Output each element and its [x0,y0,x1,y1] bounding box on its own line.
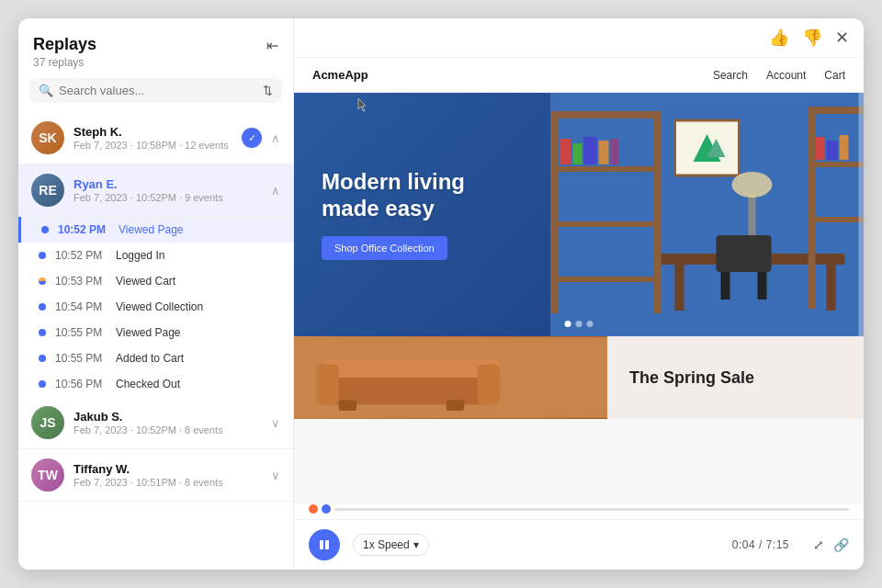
svg-rect-8 [573,143,582,164]
link-icon[interactable]: 🔗 [833,537,849,552]
event-dot-4 [39,329,46,336]
svg-rect-3 [551,166,662,172]
chevron-ryan[interactable]: ∧ [271,184,280,198]
svg-rect-31 [859,93,865,336]
user-name-ryan: Ryan E. [74,177,262,191]
event-time-6: 10:56 PM [55,378,107,390]
event-time-0: 10:52 PM [58,223,109,236]
nav-link-search[interactable]: Search [713,69,748,82]
speed-label: 1x Speed [363,538,410,551]
user-info-steph: Steph K. Feb 7, 2023 · 10:58PM · 12 even… [74,125,232,151]
chevron-tiffany[interactable]: ∨ [271,469,280,482]
svg-rect-6 [654,111,662,313]
thumbdown-icon[interactable]: 👎 [802,28,822,48]
hero-section: Modern livingmade easy Shop Office Colle… [294,93,864,336]
svg-rect-1 [551,111,559,313]
thumbup-icon[interactable]: 👍 [769,28,789,48]
close-icon[interactable]: ✕ [835,28,849,48]
hero-dot-3[interactable] [587,321,594,327]
progress-bar-area [294,504,864,519]
search-input[interactable] [59,84,257,97]
progress-track[interactable] [334,508,849,511]
hero-dot-1[interactable] [565,321,571,327]
svg-rect-23 [808,107,816,309]
progress-dot-orange [309,504,318,514]
main-content: 👍 👎 ✕ AcmeApp Search Account Cart [294,18,864,570]
user-item-steph[interactable]: SK Steph K. Feb 7, 2023 · 10:58PM · 12 e… [18,112,293,164]
user-meta-tiffany: Feb 7, 2023 · 10:51PM · 8 events [74,477,262,488]
event-name-6: Checked Out [116,378,180,390]
svg-rect-5 [551,277,662,282]
svg-rect-28 [816,137,825,160]
speed-button[interactable]: 1x Speed ▾ [353,534,429,556]
svg-rect-2 [551,111,662,119]
svg-rect-25 [808,162,865,167]
acme-nav: AcmeApp Search Account Cart [294,58,864,93]
event-name-2: Viewed Cart [116,275,175,288]
user-info-jakub: Jakub S. Feb 7, 2023 · 10:52PM · 8 event… [74,410,262,435]
svg-rect-38 [447,400,464,411]
main-topbar: 👍 👎 ✕ [294,18,864,58]
event-dot-1 [39,252,46,259]
user-name-tiffany: Tiffany W. [74,462,262,476]
check-icon-steph: ✓ [242,128,262,148]
collapse-icon[interactable]: ⇤ [266,37,278,54]
hero-cta-button[interactable]: Shop Office Collection [322,236,447,260]
progress-dot-blue [322,504,331,514]
event-name-0: Viewed Page [119,223,184,236]
event-item-2[interactable]: 10:53 PM Viewed Cart [18,268,293,294]
event-item-6[interactable]: 10:56 PM Checked Out [18,371,293,397]
play-pause-button[interactable] [309,529,340,560]
user-name-steph: Steph K. [74,125,232,139]
svg-rect-29 [827,141,838,160]
event-item-1[interactable]: 10:52 PM Logged In [18,243,293,268]
event-dot-2 [39,277,46,285]
event-dot-6 [39,380,46,388]
user-item-ryan[interactable]: RE Ryan E. Feb 7, 2023 · 10:52PM · 9 eve… [18,164,293,217]
expand-icon[interactable]: ⤢ [813,537,824,552]
sidebar-header: Replays 37 replays ⇤ [18,18,293,78]
sale-section: The Spring Sale [294,336,864,419]
svg-rect-24 [808,107,865,114]
sort-icon[interactable]: ⇅ [263,84,273,97]
hero-dot-2[interactable] [576,321,582,327]
avatar-ryan: RE [31,174,64,207]
svg-rect-34 [321,360,500,378]
event-item-4[interactable]: 10:55 PM Viewed Page [18,320,293,345]
svg-rect-19 [827,265,836,311]
hero-background [550,93,864,336]
chevron-jakub[interactable]: ∨ [271,416,280,430]
event-dot-3 [39,303,46,311]
event-item-5[interactable]: 10:55 PM Added to Cart [18,345,293,371]
event-name-1: Logged In [116,249,164,262]
event-item-0[interactable]: 10:52 PM Viewed Page [18,217,293,243]
nav-link-account[interactable]: Account [766,69,806,82]
hero-text: Modern livingmade easy Shop Office Colle… [294,141,492,288]
event-name-5: Added to Cart [116,352,184,365]
avatar-jakub: JS [31,406,64,439]
pause-icon [318,538,331,551]
event-time-2: 10:53 PM [55,275,107,288]
acme-logo: AcmeApp [312,68,368,82]
nav-link-cart[interactable]: Cart [824,69,845,82]
chevron-steph[interactable]: ∧ [271,131,280,145]
speed-chevron-icon: ▾ [413,538,419,551]
svg-rect-11 [611,139,619,164]
event-time-1: 10:52 PM [55,249,107,262]
svg-rect-4 [551,221,662,227]
svg-rect-9 [584,137,597,164]
user-item-tiffany[interactable]: TW Tiffany W. Feb 7, 2023 · 10:51PM · 8 … [18,449,293,502]
svg-rect-30 [840,135,849,160]
svg-rect-22 [758,272,767,300]
user-meta-steph: Feb 7, 2023 · 10:58PM · 12 events [74,140,232,151]
event-dot-0 [41,226,49,233]
svg-rect-35 [316,364,338,404]
hero-dots [565,321,594,327]
search-bar: 🔍 ⇅ [29,78,282,103]
player-bar: 1x Speed ▾ 0:04 / 7:15 ⤢ 🔗 [294,519,864,570]
user-item-jakub[interactable]: JS Jakub S. Feb 7, 2023 · 10:52PM · 8 ev… [18,397,293,449]
event-list-ryan: 10:52 PM Viewed Page 10:52 PM Logged In … [18,217,293,397]
sidebar-subtitle: 37 replays [33,56,96,69]
event-name-4: Viewed Page [116,326,181,339]
event-item-3[interactable]: 10:54 PM Viewed Collection [18,294,293,320]
